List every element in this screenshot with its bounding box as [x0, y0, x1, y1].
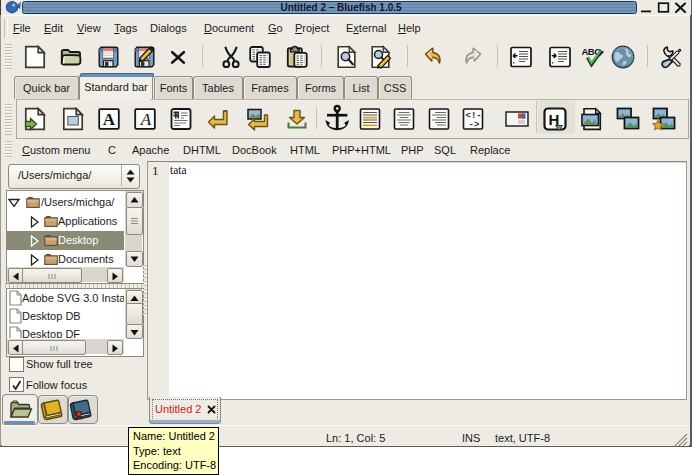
- svg-text:A: A: [103, 110, 116, 129]
- svg-text:A: A: [140, 110, 152, 129]
- svg-text:->: ->: [469, 120, 480, 130]
- svg-text:H: H: [549, 111, 560, 128]
